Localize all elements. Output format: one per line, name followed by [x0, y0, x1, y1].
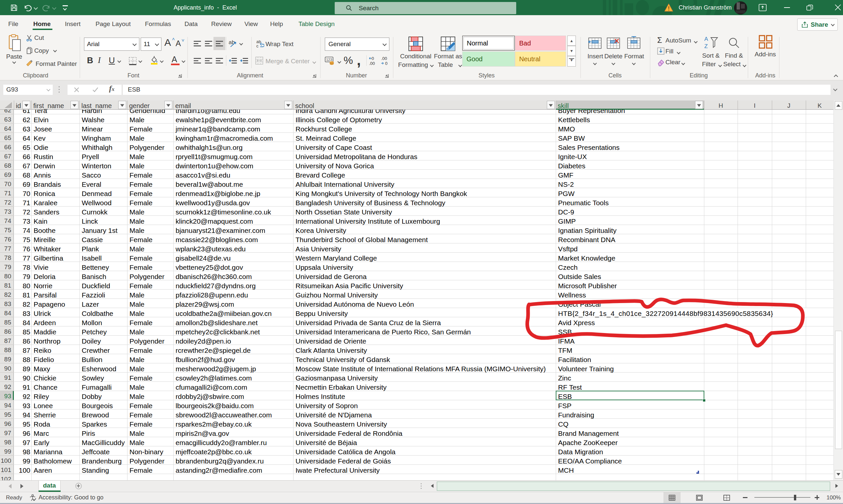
svg-text:.00: .00 [369, 61, 375, 66]
svg-text:123: 123 [326, 58, 332, 61]
svg-text:.00: .00 [381, 56, 387, 61]
svg-text:A: A [704, 36, 708, 42]
svg-text:0: 0 [385, 61, 388, 66]
svg-text:0: 0 [372, 56, 374, 61]
svg-text:Z: Z [704, 43, 707, 49]
svg-text:c: c [256, 43, 258, 48]
